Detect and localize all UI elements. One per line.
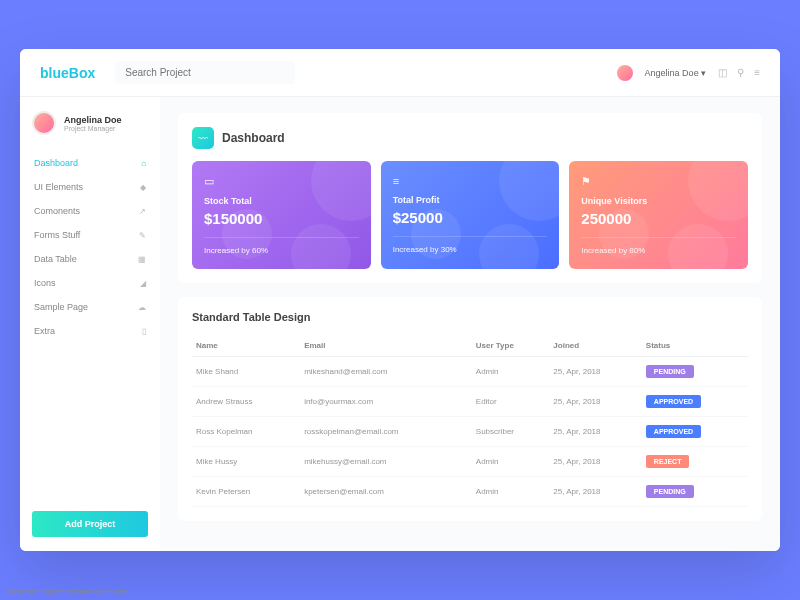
profile-name: Angelina Doe [64, 115, 122, 125]
sidebar-item-ui-elements[interactable]: UI Elements◆ [32, 175, 148, 199]
table-header: Joined [549, 335, 641, 357]
table-header: Email [300, 335, 472, 357]
stat-card[interactable]: ▭Stock Total$150000Increased by 60% [192, 161, 371, 269]
card-label: Stock Total [204, 196, 359, 206]
status-badge: PENDING [646, 485, 694, 498]
user-area: Angelina Doe ▾ ◫ ⚲ ≡ [617, 65, 760, 81]
avatar-icon [32, 111, 56, 135]
logo[interactable]: blueBox [40, 65, 95, 81]
cell-email: kpetersen@email.com [300, 477, 472, 507]
sidebar-item-icon: ▦ [138, 255, 146, 264]
sidebar-item-icon: ✎ [139, 231, 146, 240]
card-icon: ≡ [393, 175, 548, 187]
table-row[interactable]: Kevin Petersenkpetersen@email.comAdmin25… [192, 477, 748, 507]
main: 〰 Dashboard ▭Stock Total$150000Increased… [160, 97, 780, 551]
table-title: Standard Table Design [192, 311, 748, 323]
notification-icon[interactable]: ◫ [718, 67, 727, 78]
sidebar-item-sample-page[interactable]: Sample Page☁ [32, 295, 148, 319]
cell-joined: 25, Apr, 2018 [549, 447, 641, 477]
sidebar-item-icon: ◆ [140, 183, 146, 192]
cell-type: Editor [472, 387, 550, 417]
cell-name: Kevin Petersen [192, 477, 300, 507]
sidebar-item-label: Sample Page [34, 302, 88, 312]
card-subtext: Increased by 60% [204, 237, 359, 255]
sidebar-item-icon: ☁ [138, 303, 146, 312]
dashboard-panel: 〰 Dashboard ▭Stock Total$150000Increased… [178, 113, 762, 283]
profile-info: Angelina Doe Project Manager [64, 115, 122, 132]
cell-name: Andrew Strauss [192, 387, 300, 417]
sidebar-item-comonents[interactable]: Comonents↗ [32, 199, 148, 223]
card-icon: ▭ [204, 175, 359, 188]
table-body: Mike Shandmikeshand@email.comAdmin25, Ap… [192, 357, 748, 507]
card-subtext: Increased by 30% [393, 236, 548, 254]
sidebar: Angelina Doe Project Manager Dashboard⌂U… [20, 97, 160, 551]
cell-email: info@yourmax.com [300, 387, 472, 417]
table-header-row: NameEmailUser TypeJoinedStatus [192, 335, 748, 357]
card-label: Unique Visitors [581, 196, 736, 206]
table-row[interactable]: Mike Hussymikehussy@email.comAdmin25, Ap… [192, 447, 748, 477]
cell-name: Ross Kopelman [192, 417, 300, 447]
page-title: Dashboard [222, 131, 285, 145]
cell-status: REJECT [642, 447, 748, 477]
page-header: 〰 Dashboard [192, 127, 748, 149]
cell-joined: 25, Apr, 2018 [549, 477, 641, 507]
dashboard-icon: 〰 [192, 127, 214, 149]
table-header: Name [192, 335, 300, 357]
data-table: NameEmailUser TypeJoinedStatus Mike Shan… [192, 335, 748, 507]
topbar: blueBox Angelina Doe ▾ ◫ ⚲ ≡ [20, 49, 780, 97]
sidebar-item-icon: ◢ [140, 279, 146, 288]
watermark: www.heritagechristiancollege.com [8, 587, 129, 596]
sidebar-item-label: Data Table [34, 254, 77, 264]
card-label: Total Profit [393, 195, 548, 205]
status-badge: APPROVED [646, 395, 701, 408]
table-header: Status [642, 335, 748, 357]
menu-icon[interactable]: ≡ [754, 67, 760, 78]
search-wrap [115, 61, 596, 84]
profile-role: Project Manager [64, 125, 122, 132]
cell-email: mikeshand@email.com [300, 357, 472, 387]
cell-type: Subscriber [472, 417, 550, 447]
sidebar-item-icon: ⌂ [141, 159, 146, 168]
cell-type: Admin [472, 357, 550, 387]
sidebar-item-dashboard[interactable]: Dashboard⌂ [32, 151, 148, 175]
avatar[interactable] [617, 65, 633, 81]
cell-name: Mike Shand [192, 357, 300, 387]
table-header: User Type [472, 335, 550, 357]
stat-card[interactable]: ⚑Unique Visitors250000Increased by 80% [569, 161, 748, 269]
profile[interactable]: Angelina Doe Project Manager [32, 111, 148, 135]
nav-list: Dashboard⌂UI Elements◆Comonents↗Forms St… [32, 151, 148, 501]
sidebar-item-label: Comonents [34, 206, 80, 216]
cell-joined: 25, Apr, 2018 [549, 357, 641, 387]
search-input[interactable] [115, 61, 295, 84]
sidebar-item-label: Icons [34, 278, 56, 288]
sidebar-item-extra[interactable]: Extra▯ [32, 319, 148, 343]
table-row[interactable]: Ross Kopelmanrosskopelman@email.comSubsc… [192, 417, 748, 447]
sidebar-item-label: UI Elements [34, 182, 83, 192]
cell-type: Admin [472, 477, 550, 507]
sidebar-item-icon: ↗ [139, 207, 146, 216]
app-window: blueBox Angelina Doe ▾ ◫ ⚲ ≡ Angelina Do… [20, 49, 780, 551]
add-project-button[interactable]: Add Project [32, 511, 148, 537]
stat-cards: ▭Stock Total$150000Increased by 60%≡Tota… [192, 161, 748, 269]
cell-email: rosskopelman@email.com [300, 417, 472, 447]
status-badge: REJECT [646, 455, 690, 468]
top-icons: ◫ ⚲ ≡ [718, 67, 760, 78]
table-row[interactable]: Andrew Straussinfo@yourmax.comEditor25, … [192, 387, 748, 417]
sidebar-item-label: Forms Stuff [34, 230, 80, 240]
alert-icon[interactable]: ⚲ [737, 67, 744, 78]
stat-card[interactable]: ≡Total Profit$25000Increased by 30% [381, 161, 560, 269]
cell-status: PENDING [642, 357, 748, 387]
cell-name: Mike Hussy [192, 447, 300, 477]
card-icon: ⚑ [581, 175, 736, 188]
cell-type: Admin [472, 447, 550, 477]
user-dropdown[interactable]: Angelina Doe ▾ [645, 68, 707, 78]
cell-email: mikehussy@email.com [300, 447, 472, 477]
cell-status: PENDING [642, 477, 748, 507]
cell-joined: 25, Apr, 2018 [549, 417, 641, 447]
status-badge: APPROVED [646, 425, 701, 438]
sidebar-item-icons[interactable]: Icons◢ [32, 271, 148, 295]
table-row[interactable]: Mike Shandmikeshand@email.comAdmin25, Ap… [192, 357, 748, 387]
status-badge: PENDING [646, 365, 694, 378]
sidebar-item-forms-stuff[interactable]: Forms Stuff✎ [32, 223, 148, 247]
sidebar-item-data-table[interactable]: Data Table▦ [32, 247, 148, 271]
